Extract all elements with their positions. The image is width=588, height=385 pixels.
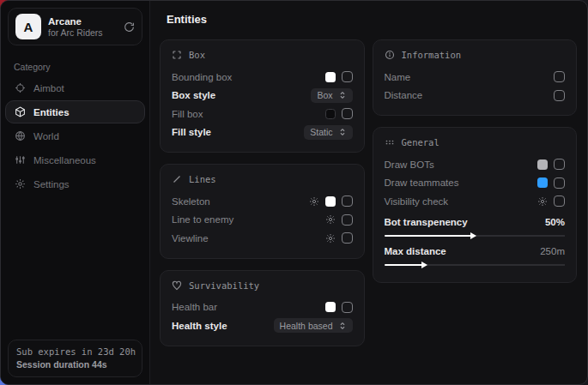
crosshair-icon [14,82,26,93]
name-label: Name [385,72,411,82]
box-style-label: Box style [172,90,215,100]
box-card-title: Box [189,50,205,60]
health-bar-row: Health bar [172,298,353,317]
visibility-check-checkbox[interactable] [554,196,565,207]
chevron-up-down-icon [338,91,347,99]
sidebar-item-label: World [33,131,59,141]
draw-bots-row: Draw BOTs [385,155,566,174]
general-card-title: General [402,137,439,147]
draw-teammates-row: Draw teammates [385,174,566,193]
sidebar-item-settings[interactable]: Settings [5,172,145,196]
viewline-checkbox[interactable] [342,232,353,244]
heart-pulse-icon [172,280,182,291]
health-bar-checkbox[interactable] [342,302,353,313]
distance-checkbox[interactable] [554,90,565,101]
bot-transparency-row: Bot transpenency 50% [385,214,566,231]
box-corners-icon [172,50,182,60]
brand-subtitle: for Arc Riders [48,27,103,38]
skeleton-row: Skeleton [172,192,353,211]
box-style-dropdown[interactable]: Box [311,88,352,103]
max-distance-label: Max distance [385,246,446,256]
skeleton-color-swatch[interactable] [325,196,336,207]
sidebar-item-world[interactable]: World [5,124,145,147]
health-style-label: Health style [172,321,227,331]
box-card: Box Bounding box Box style Box [160,39,365,153]
viewline-settings-gear-icon[interactable] [325,233,336,244]
cards-columns: Box Bounding box Box style Box [160,39,577,346]
sliders-icon [14,154,26,165]
box-style-row: Box style Box [172,87,353,105]
draw-bots-color-swatch[interactable] [537,159,548,170]
lines-card-title: Lines [189,174,216,184]
sidebar-item-label: Aimbot [33,83,64,93]
sub-expiry-text: Sub expires in 23d 20h [16,346,134,358]
sidebar-item-entities[interactable]: Entities [5,100,145,123]
left-column: Box Bounding box Box style Box [160,39,365,346]
distance-row: Distance [385,87,566,105]
right-column: Information Name Distance [373,39,578,346]
information-card-title: Information [402,50,462,60]
chevron-up-down-icon [338,322,347,330]
draw-teammates-color-swatch[interactable] [537,177,548,188]
gear-icon [14,178,26,189]
bounding-box-color-swatch[interactable] [325,72,336,82]
sidebar-item-aimbot[interactable]: Aimbot [5,76,145,99]
viewline-label: Viewline [172,233,209,244]
survivability-card-title: Survivability [189,280,259,291]
sidebar-item-label: Miscellaneous [33,155,96,165]
line-to-enemy-row: Line to enemy [172,211,353,230]
bounding-box-label: Bounding box [172,72,232,82]
draw-bots-checkbox[interactable] [554,159,565,170]
health-style-row: Health style Health based [172,316,353,335]
general-card: General Draw BOTs Draw teammates [373,127,578,283]
skeleton-label: Skeleton [172,196,210,207]
max-distance-row: Max distance 250m [385,243,566,260]
globe-icon [14,130,26,141]
bounding-box-row: Bounding box [172,68,353,87]
viewline-row: Viewline [172,229,353,248]
fill-style-dropdown[interactable]: Static [304,125,352,140]
line-to-enemy-settings-gear-icon[interactable] [325,214,336,225]
line-to-enemy-checkbox[interactable] [342,214,353,226]
sidebar-nav: Aimbot Entities World [1,76,149,196]
fill-box-row: Fill box [172,105,353,123]
slider-thumb-arrow[interactable] [421,262,427,268]
distance-label: Distance [385,90,423,100]
main-panel: Entities Box Bounding box [150,1,587,384]
visibility-check-settings-gear-icon[interactable] [537,196,548,207]
box-card-header: Box [172,50,353,60]
line-to-enemy-label: Line to enemy [172,214,233,225]
visibility-check-label: Visibility check [385,196,449,207]
skeleton-settings-gear-icon[interactable] [309,196,319,207]
subscription-info-card: Sub expires in 23d 20h Session duration … [8,340,142,377]
max-distance-slider[interactable] [385,262,566,269]
survivability-card-header: Survivability [172,280,353,291]
name-checkbox[interactable] [554,71,565,82]
brand-text: Arcane for Arc Riders [48,16,103,38]
bot-transparency-slider[interactable] [385,232,566,240]
draw-teammates-label: Draw teammates [385,177,459,188]
sidebar-item-label: Settings [33,179,70,189]
draw-teammates-checkbox[interactable] [554,177,565,189]
health-style-dropdown[interactable]: Health based [274,318,353,333]
page-title: Entities [167,13,577,26]
skeleton-checkbox[interactable] [342,196,353,207]
slider-fill [385,235,475,238]
draw-bots-label: Draw BOTs [385,159,434,170]
fill-box-color-swatch[interactable] [325,109,336,119]
bounding-box-checkbox[interactable] [342,71,353,82]
sync-icon[interactable] [124,21,135,33]
box-style-value: Box [317,90,332,100]
health-style-value: Health based [280,321,333,331]
health-bar-color-swatch[interactable] [325,302,336,312]
sidebar: A Arcane for Arc Riders Category Aimbot [1,1,150,384]
fill-box-checkbox[interactable] [342,108,353,119]
sidebar-item-miscellaneous[interactable]: Miscellaneous [5,148,145,171]
slider-thumb-arrow[interactable] [470,232,476,239]
health-bar-label: Health bar [172,302,217,312]
general-card-header: General [385,137,566,147]
info-icon [385,50,395,60]
bot-transparency-value: 50% [545,217,565,227]
cheat-menu-window: A Arcane for Arc Riders Category Aimbot [0,0,588,385]
fill-style-row: Fill style Static [172,123,353,142]
